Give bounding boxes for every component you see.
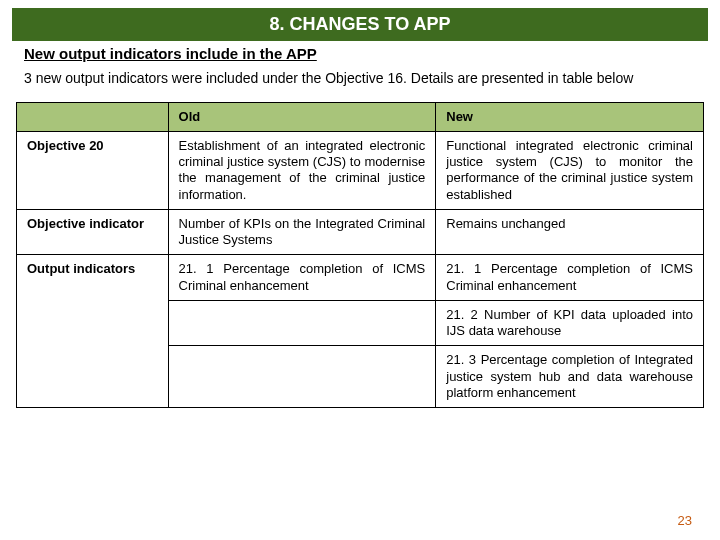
header-old: Old — [168, 102, 436, 131]
table-row: Objective 20 Establishment of an integra… — [17, 131, 704, 209]
table-row: Objective indicator Number of KPIs on th… — [17, 209, 704, 255]
changes-table: Old New Objective 20 Establishment of an… — [16, 102, 704, 409]
table-header-row: Old New — [17, 102, 704, 131]
table-row: Output indicators 21. 1 Percentage compl… — [17, 255, 704, 301]
header-blank — [17, 102, 169, 131]
cell-old: Number of KPIs on the Integrated Crimina… — [168, 209, 436, 255]
cell-new: Functional integrated electronic crimina… — [436, 131, 704, 209]
row-label: Objective indicator — [17, 209, 169, 255]
title-bar: 8. CHANGES TO APP — [12, 8, 708, 41]
cell-old: 21. 1 Percentage completion of ICMS Crim… — [168, 255, 436, 301]
cell-new: 21. 1 Percentage completion of ICMS Crim… — [436, 255, 704, 301]
cell-old: Establishment of an integrated electroni… — [168, 131, 436, 209]
cell-old — [168, 300, 436, 346]
intro-text: 3 new output indicators were included un… — [0, 70, 720, 102]
cell-old — [168, 346, 436, 408]
cell-new: 21. 2 Number of KPI data uploaded into I… — [436, 300, 704, 346]
subtitle: New output indicators include in the APP — [0, 45, 720, 62]
row-label: Objective 20 — [17, 131, 169, 209]
cell-new: Remains unchanged — [436, 209, 704, 255]
page-number: 23 — [678, 513, 692, 528]
cell-new: 21. 3 Percentage completion of Integrate… — [436, 346, 704, 408]
header-new: New — [436, 102, 704, 131]
row-label: Output indicators — [17, 255, 169, 408]
